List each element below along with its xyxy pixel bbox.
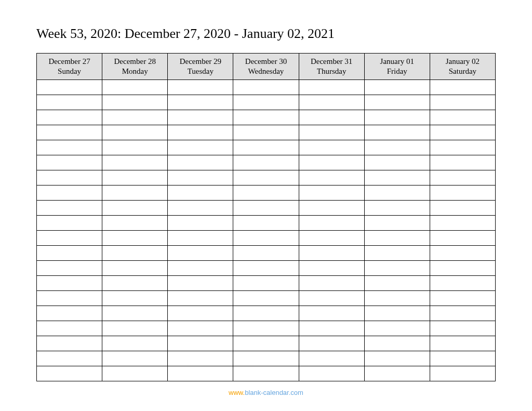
footer-domain: blank-calendar.com [245,389,303,396]
calendar-cell [168,230,233,245]
calendar-cell [364,230,430,245]
calendar-cell [430,351,495,366]
calendar-cell [299,215,364,230]
header-day: Friday [367,67,428,76]
column-header-saturday: January 02 Saturday [430,54,495,80]
calendar-cell [37,290,102,306]
header-date: December 31 [301,57,362,67]
calendar-cell [168,155,233,170]
calendar-cell [102,79,168,95]
table-row [37,140,496,155]
calendar-cell [37,215,102,230]
table-row [37,351,496,366]
header-date: January 02 [432,57,493,67]
calendar-cell [233,110,299,125]
table-row [37,366,496,381]
table-row [37,321,496,336]
header-day: Wednesday [235,67,296,76]
calendar-cell [299,200,364,215]
calendar-cell [364,170,430,185]
calendar-cell [430,185,495,200]
calendar-cell [299,155,364,170]
calendar-cell [37,321,102,336]
calendar-cell [102,275,168,290]
calendar-cell [168,306,233,321]
calendar-cell [102,321,168,336]
calendar-cell [102,185,168,200]
calendar-cell [37,79,102,95]
calendar-cell [168,200,233,215]
calendar-cell [299,336,364,351]
calendar-cell [430,79,495,95]
calendar-cell [430,155,495,170]
calendar-cell [364,125,430,140]
table-row [37,185,496,200]
table-row [37,95,496,110]
calendar-cell [233,306,299,321]
table-row [37,230,496,245]
calendar-cell [364,306,430,321]
calendar-cell [233,245,299,260]
calendar-cell [430,200,495,215]
calendar-cell [364,185,430,200]
calendar-cell [168,351,233,366]
calendar-cell [102,215,168,230]
calendar-cell [168,336,233,351]
column-header-tuesday: December 29 Tuesday [168,54,233,80]
table-row [37,200,496,215]
column-header-friday: January 01 Friday [364,54,430,80]
calendar-cell [102,366,168,381]
calendar-cell [233,185,299,200]
header-date: January 01 [367,57,428,67]
calendar-cell [37,95,102,110]
calendar-cell [430,215,495,230]
calendar-cell [364,321,430,336]
calendar-cell [37,366,102,381]
calendar-cell [299,245,364,260]
calendar-cell [299,125,364,140]
calendar-cell [37,170,102,185]
calendar-cell [299,366,364,381]
calendar-cell [299,321,364,336]
header-date: December 29 [170,57,231,67]
calendar-cell [102,290,168,306]
calendar-cell [37,336,102,351]
calendar-page: Week 53, 2020: December 27, 2020 - Janua… [0,0,532,381]
calendar-cell [37,110,102,125]
calendar-cell [364,336,430,351]
calendar-cell [430,366,495,381]
calendar-cell [102,351,168,366]
calendar-header-row: December 27 Sunday December 28 Monday De… [37,54,496,80]
calendar-cell [299,306,364,321]
footer-www: www. [229,389,245,396]
calendar-cell [233,200,299,215]
table-row [37,306,496,321]
calendar-cell [37,351,102,366]
calendar-cell [430,245,495,260]
calendar-cell [299,290,364,306]
calendar-cell [102,170,168,185]
header-day: Monday [104,67,165,76]
calendar-cell [364,200,430,215]
calendar-cell [102,140,168,155]
calendar-cell [233,336,299,351]
table-row [37,215,496,230]
calendar-cell [364,140,430,155]
table-row [37,245,496,260]
calendar-cell [233,95,299,110]
calendar-cell [233,140,299,155]
calendar-cell [233,155,299,170]
calendar-cell [430,170,495,185]
table-row [37,155,496,170]
calendar-cell [168,275,233,290]
calendar-cell [430,275,495,290]
calendar-cell [233,125,299,140]
header-date: December 27 [39,57,100,67]
calendar-cell [299,275,364,290]
calendar-cell [299,110,364,125]
table-row [37,125,496,140]
calendar-cell [299,260,364,275]
calendar-cell [299,170,364,185]
table-row [37,260,496,275]
calendar-cell [364,366,430,381]
